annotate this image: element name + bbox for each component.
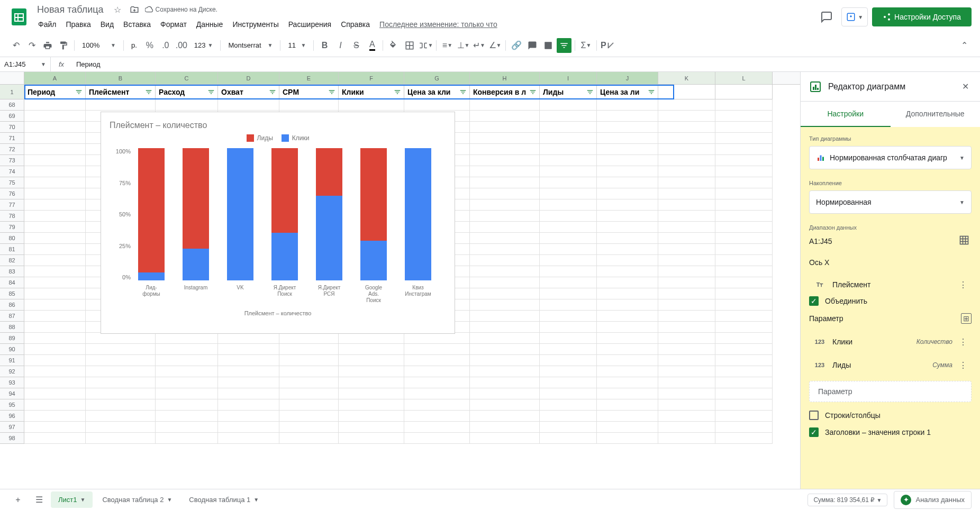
cell[interactable] bbox=[597, 344, 658, 355]
row-header[interactable]: 72 bbox=[0, 144, 24, 155]
row-header[interactable]: 88 bbox=[0, 322, 24, 333]
col-header-C[interactable]: C bbox=[156, 72, 218, 84]
cell[interactable] bbox=[715, 411, 773, 422]
data-range-value[interactable]: A1:J45 bbox=[809, 237, 832, 245]
cell[interactable] bbox=[658, 199, 715, 211]
formula-input[interactable]: Период bbox=[72, 60, 980, 68]
cell[interactable] bbox=[24, 111, 86, 122]
cell[interactable] bbox=[86, 399, 156, 411]
cell[interactable] bbox=[658, 399, 715, 411]
col-header-I[interactable]: I bbox=[540, 72, 597, 84]
cell[interactable] bbox=[24, 411, 86, 422]
cell[interactable] bbox=[86, 344, 156, 355]
cell[interactable] bbox=[715, 177, 773, 188]
cell[interactable] bbox=[715, 255, 773, 266]
filter-icon[interactable] bbox=[557, 38, 571, 53]
header-cell[interactable]: Конверсия в л bbox=[470, 85, 540, 99]
cell[interactable] bbox=[597, 155, 658, 166]
cell[interactable] bbox=[279, 99, 339, 111]
cell[interactable] bbox=[470, 277, 540, 288]
cell[interactable] bbox=[658, 85, 715, 99]
row-header[interactable]: 95 bbox=[0, 399, 24, 411]
cell[interactable] bbox=[218, 99, 279, 111]
cell[interactable] bbox=[404, 433, 470, 444]
cell[interactable] bbox=[404, 366, 470, 377]
bold-icon[interactable]: B bbox=[317, 38, 332, 53]
fill-color-icon[interactable] bbox=[386, 38, 401, 53]
cell[interactable] bbox=[540, 366, 597, 377]
select-all-corner[interactable] bbox=[0, 72, 24, 84]
cell[interactable] bbox=[24, 199, 86, 211]
cell[interactable] bbox=[658, 155, 715, 166]
bar-6[interactable] bbox=[405, 148, 431, 280]
cell[interactable] bbox=[715, 311, 773, 322]
cell[interactable] bbox=[24, 422, 86, 433]
cell[interactable] bbox=[715, 299, 773, 311]
cell[interactable] bbox=[470, 177, 540, 188]
move-icon[interactable] bbox=[128, 3, 141, 16]
cell[interactable] bbox=[597, 422, 658, 433]
cell[interactable] bbox=[597, 277, 658, 288]
cell[interactable] bbox=[24, 188, 86, 199]
cell[interactable] bbox=[24, 311, 86, 322]
cell[interactable] bbox=[156, 377, 218, 388]
switch-rows-cols-checkbox[interactable] bbox=[809, 411, 819, 420]
cell[interactable] bbox=[715, 166, 773, 177]
cell[interactable] bbox=[404, 377, 470, 388]
cell[interactable] bbox=[470, 433, 540, 444]
cell[interactable] bbox=[470, 133, 540, 144]
cell[interactable] bbox=[24, 433, 86, 444]
cell[interactable] bbox=[24, 233, 86, 244]
cell[interactable] bbox=[24, 155, 86, 166]
h-align-icon[interactable]: ≡▼ bbox=[440, 38, 455, 53]
cell[interactable] bbox=[279, 366, 339, 377]
cell[interactable] bbox=[279, 433, 339, 444]
cell[interactable] bbox=[540, 322, 597, 333]
star-icon[interactable]: ☆ bbox=[111, 3, 124, 16]
menu-insert[interactable]: Вставка bbox=[119, 18, 155, 31]
cell[interactable] bbox=[339, 333, 404, 344]
cell[interactable] bbox=[24, 322, 86, 333]
cell[interactable] bbox=[540, 388, 597, 399]
cell[interactable] bbox=[24, 388, 86, 399]
cell[interactable] bbox=[540, 111, 597, 122]
cell[interactable] bbox=[715, 399, 773, 411]
cell[interactable] bbox=[597, 322, 658, 333]
add-param-placeholder[interactable]: Параметр bbox=[809, 381, 972, 402]
cell[interactable] bbox=[24, 255, 86, 266]
cell[interactable] bbox=[715, 422, 773, 433]
cell[interactable] bbox=[24, 299, 86, 311]
cell[interactable] bbox=[86, 411, 156, 422]
cell[interactable] bbox=[24, 333, 86, 344]
row-header[interactable]: 75 bbox=[0, 177, 24, 188]
cell[interactable] bbox=[540, 422, 597, 433]
row-header[interactable]: 83 bbox=[0, 266, 24, 277]
bar-0[interactable] bbox=[138, 148, 165, 280]
cell[interactable] bbox=[339, 377, 404, 388]
cell[interactable] bbox=[715, 155, 773, 166]
cell[interactable] bbox=[658, 255, 715, 266]
text-color-icon[interactable]: A bbox=[365, 38, 379, 53]
row-header[interactable]: 92 bbox=[0, 366, 24, 377]
cell[interactable] bbox=[658, 211, 715, 222]
cell[interactable] bbox=[24, 377, 86, 388]
cell[interactable] bbox=[540, 433, 597, 444]
col-header-A[interactable]: A bbox=[24, 72, 86, 84]
percent-icon[interactable]: % bbox=[142, 38, 157, 53]
cell[interactable] bbox=[470, 399, 540, 411]
cell[interactable] bbox=[218, 355, 279, 366]
redo-icon[interactable]: ↷ bbox=[24, 38, 39, 53]
cell[interactable] bbox=[715, 322, 773, 333]
cell[interactable] bbox=[658, 177, 715, 188]
spreadsheet-grid[interactable]: ABCDEFGHIJKL 1 ПериодПлейсментРасходОхва… bbox=[0, 72, 800, 489]
menu-data[interactable]: Данные bbox=[192, 18, 228, 31]
series-field[interactable]: 123КликиКоличество⋮ bbox=[809, 330, 972, 353]
cell[interactable] bbox=[470, 355, 540, 366]
row-header[interactable]: 91 bbox=[0, 355, 24, 366]
last-edit-link[interactable]: Последнее изменение: только что bbox=[375, 18, 502, 31]
cell[interactable] bbox=[404, 344, 470, 355]
cell[interactable] bbox=[218, 344, 279, 355]
cell[interactable] bbox=[339, 388, 404, 399]
cell[interactable] bbox=[470, 366, 540, 377]
cell[interactable] bbox=[404, 411, 470, 422]
